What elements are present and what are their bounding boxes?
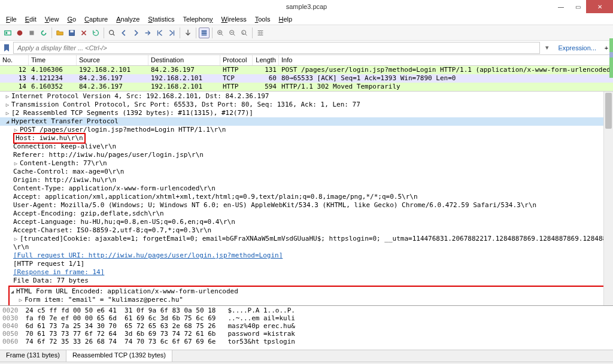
maximize-button[interactable]: ▭ — [569, 0, 586, 13]
detail-content-length: Content-Length: 77\r\n — [20, 159, 107, 167]
zoom-in-icon[interactable] — [215, 28, 226, 38]
detail-full-uri[interactable]: [Full request URI: http://iwiw.hu/pages/… — [13, 251, 283, 259]
menubar: File Edit View Go Capture Analyze Statis… — [0, 13, 613, 25]
packet-row[interactable]: 124.106306192.168.2.10184.2.36.197HTTP13… — [0, 66, 613, 74]
detail-form-header: HTML Form URL Encoded: application/x-www… — [16, 287, 238, 295]
tab-frame[interactable]: Frame (131 bytes) — [0, 350, 66, 362]
open-file-icon[interactable] — [54, 28, 65, 38]
collapse-icon[interactable]: ◢ — [5, 117, 10, 126]
detail-file-data: File Data: 77 bytes — [0, 277, 613, 285]
toolbar: 1 — [0, 25, 613, 41]
svg-rect-8 — [202, 32, 207, 34]
col-source[interactable]: Source — [77, 55, 148, 65]
zoom-reset-icon[interactable]: 1 — [239, 28, 250, 38]
detail-http: Hypertext Transfer Protocol — [11, 117, 119, 125]
display-filter-input[interactable] — [13, 42, 540, 54]
prev-icon[interactable] — [119, 28, 129, 38]
detail-origin: Origin: http://iwiw.hu\r\n — [0, 176, 613, 184]
detail-accept: Accept: application/xml,application/xhtm… — [0, 193, 613, 201]
col-no[interactable]: No. — [0, 55, 29, 65]
expand-icon[interactable]: ▷ — [5, 101, 10, 109]
bytes-tabs: Frame (131 bytes) Reassembled TCP (1392 … — [0, 350, 613, 362]
expand-icon[interactable]: ▷ — [18, 304, 23, 305]
goto-icon[interactable] — [142, 28, 153, 38]
expand-icon[interactable]: ▷ — [5, 109, 10, 117]
packet-colorbar — [609, 38, 613, 78]
col-time[interactable]: Time — [29, 55, 77, 65]
svg-rect-7 — [202, 30, 207, 32]
menu-statistics[interactable]: Statistics — [144, 14, 178, 24]
packet-list: No. Time Source Destination Protocol Len… — [0, 55, 613, 91]
first-icon[interactable] — [154, 28, 165, 38]
find-icon[interactable] — [107, 28, 117, 38]
detail-connection: Connection: keep-alive\r\n — [0, 142, 613, 151]
col-length[interactable]: Length — [253, 55, 279, 65]
packet-list-header: No. Time Source Destination Protocol Len… — [0, 55, 613, 66]
menu-tools[interactable]: Tools — [251, 14, 274, 24]
detail-ctype: Content-Type: application/x-www-form-url… — [0, 184, 613, 193]
restart-capture-icon[interactable] — [38, 28, 49, 38]
start-capture-icon[interactable] — [14, 28, 25, 38]
col-protocol[interactable]: Protocol — [220, 55, 253, 65]
next-icon[interactable] — [131, 28, 141, 38]
zoom-out-icon[interactable] — [227, 28, 238, 38]
menu-go[interactable]: Go — [63, 14, 80, 24]
detail-accept-language: Accept-Language: hu-HU,hu;q=0.8,en-US;q=… — [0, 218, 613, 226]
menu-wireless[interactable]: Wireless — [218, 14, 250, 24]
form-data-box: ◢HTML Form URL Encoded: application/x-ww… — [8, 286, 609, 305]
detail-response-frame[interactable]: [Response in frame: 14] — [13, 268, 104, 276]
expand-icon[interactable]: ▷ — [18, 296, 23, 304]
menu-telephony[interactable]: Telephony — [179, 14, 216, 24]
menu-file[interactable]: File — [2, 14, 20, 24]
col-info[interactable]: Info — [279, 55, 613, 65]
close-button[interactable]: ✕ — [586, 0, 613, 13]
svg-rect-5 — [70, 30, 73, 32]
detail-referer: Referer: http://iwiw.hu/pages/user/login… — [0, 151, 613, 159]
detail-form-password: Form item: "password" = "kistraktor53" — [25, 304, 175, 305]
filter-apply-icon[interactable]: ▾ — [542, 44, 552, 51]
menu-edit[interactable]: Edit — [22, 14, 40, 24]
close-file-icon[interactable] — [78, 28, 89, 38]
detail-tcp: Transmission Control Protocol, Src Port:… — [11, 101, 360, 108]
interfaces-icon[interactable] — [2, 28, 13, 38]
svg-point-6 — [110, 30, 114, 34]
last-icon[interactable] — [166, 28, 177, 38]
menu-view[interactable]: View — [41, 14, 63, 24]
svg-text:1: 1 — [242, 31, 244, 34]
col-destination[interactable]: Destination — [148, 55, 220, 65]
detail-accept-charset: Accept-Charset: ISO-8859-2,utf-8;q=0.7,*… — [0, 226, 613, 235]
filter-bar: ▾ Expression... + — [0, 41, 613, 55]
menu-capture[interactable]: Capture — [81, 14, 111, 24]
stop-capture-icon[interactable] — [26, 28, 37, 38]
window-title: sample3.pcap — [286, 3, 327, 10]
expand-icon[interactable]: ▷ — [13, 235, 19, 243]
expand-icon[interactable]: ▷ — [5, 92, 10, 101]
details-scrollbar[interactable] — [603, 92, 613, 305]
expand-icon[interactable]: ▷ — [13, 159, 19, 168]
expression-button[interactable]: Expression... — [554, 44, 600, 51]
detail-form-email: Form item: "email" = "kulimasz@perec.hu" — [25, 296, 183, 304]
packet-row[interactable]: 134.12123484.2.36.197192.168.2.101TCP608… — [0, 74, 613, 83]
detail-cache: Cache-Control: max-age=0\r\n — [0, 168, 613, 176]
status-bar: sample3 Packets: 381 · Displayed: 381 (1… — [0, 362, 613, 364]
tab-reassembled[interactable]: Reassembled TCP (1392 bytes) — [66, 350, 172, 362]
svg-rect-0 — [5, 31, 11, 35]
detail-cookie: [truncated]Cookie: ajaxable=1; forgetEma… — [20, 235, 613, 242]
packet-details[interactable]: ▷Internet Protocol Version 4, Src: 192.1… — [0, 91, 613, 305]
colorize-icon[interactable] — [199, 28, 210, 38]
resize-columns-icon[interactable] — [255, 28, 266, 38]
collapse-icon[interactable]: ◢ — [10, 287, 15, 296]
svg-rect-9 — [202, 34, 207, 35]
detail-reasm: [2 Reassembled TCP Segments (1392 bytes)… — [11, 109, 253, 117]
menu-analyze[interactable]: Analyze — [113, 14, 143, 24]
bookmark-icon[interactable] — [2, 44, 11, 52]
detail-crlf: \r\n — [0, 243, 613, 251]
hex-pane[interactable]: 00200030004000500060 24 c5 ff fd 00 50 e… — [0, 305, 613, 350]
detail-ip: Internet Protocol Version 4, Src: 192.16… — [11, 92, 269, 100]
packet-row[interactable]: 146.16035284.2.36.197192.168.2.101HTTP59… — [0, 83, 613, 91]
autoscroll-icon[interactable] — [183, 28, 193, 38]
reload-icon[interactable] — [90, 28, 101, 38]
minimize-button[interactable]: — — [553, 0, 569, 13]
menu-help[interactable]: Help — [275, 14, 296, 24]
save-icon[interactable] — [66, 28, 77, 38]
